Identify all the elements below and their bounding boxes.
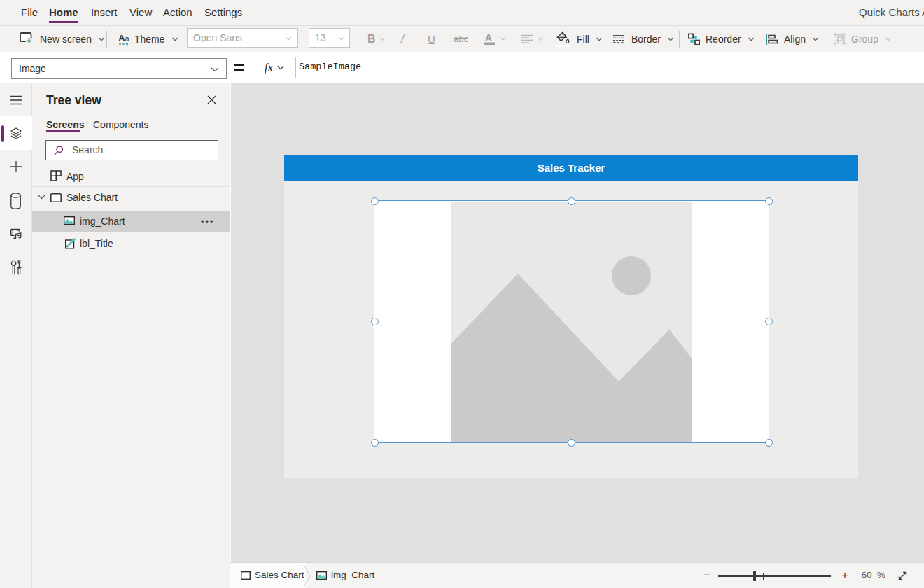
svg-text:A: A [485,33,492,43]
svg-text:A: A [118,33,125,43]
svg-text:a: a [125,34,130,43]
